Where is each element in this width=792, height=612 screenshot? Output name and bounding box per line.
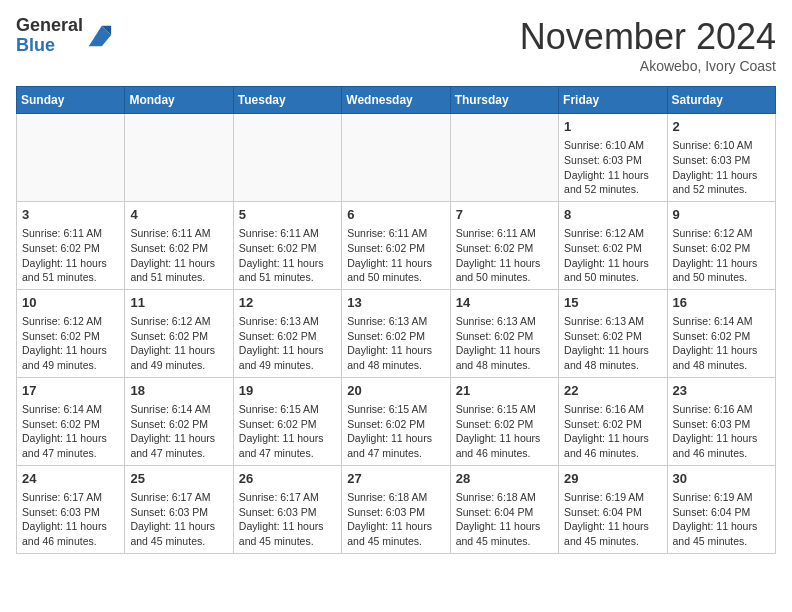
day-number: 27 (347, 470, 444, 488)
calendar-cell (125, 114, 233, 202)
day-number: 13 (347, 294, 444, 312)
day-number: 26 (239, 470, 336, 488)
day-info: Sunrise: 6:15 AM Sunset: 6:02 PM Dayligh… (239, 402, 336, 461)
day-info: Sunrise: 6:15 AM Sunset: 6:02 PM Dayligh… (347, 402, 444, 461)
weekday-header-thursday: Thursday (450, 87, 558, 114)
day-number: 1 (564, 118, 661, 136)
day-number: 22 (564, 382, 661, 400)
calendar-week-1: 1Sunrise: 6:10 AM Sunset: 6:03 PM Daylig… (17, 114, 776, 202)
day-info: Sunrise: 6:13 AM Sunset: 6:02 PM Dayligh… (239, 314, 336, 373)
calendar-week-2: 3Sunrise: 6:11 AM Sunset: 6:02 PM Daylig… (17, 201, 776, 289)
logo: General Blue (16, 16, 113, 56)
day-info: Sunrise: 6:11 AM Sunset: 6:02 PM Dayligh… (347, 226, 444, 285)
calendar-cell: 28Sunrise: 6:18 AM Sunset: 6:04 PM Dayli… (450, 465, 558, 553)
day-info: Sunrise: 6:16 AM Sunset: 6:03 PM Dayligh… (673, 402, 770, 461)
day-info: Sunrise: 6:17 AM Sunset: 6:03 PM Dayligh… (130, 490, 227, 549)
day-info: Sunrise: 6:11 AM Sunset: 6:02 PM Dayligh… (239, 226, 336, 285)
day-info: Sunrise: 6:12 AM Sunset: 6:02 PM Dayligh… (673, 226, 770, 285)
logo-general: General Blue (16, 16, 83, 56)
month-title: November 2024 (520, 16, 776, 58)
day-number: 20 (347, 382, 444, 400)
day-number: 12 (239, 294, 336, 312)
calendar-cell: 22Sunrise: 6:16 AM Sunset: 6:02 PM Dayli… (559, 377, 667, 465)
calendar-cell: 13Sunrise: 6:13 AM Sunset: 6:02 PM Dayli… (342, 289, 450, 377)
day-number: 10 (22, 294, 119, 312)
day-number: 14 (456, 294, 553, 312)
day-info: Sunrise: 6:19 AM Sunset: 6:04 PM Dayligh… (564, 490, 661, 549)
calendar-cell: 15Sunrise: 6:13 AM Sunset: 6:02 PM Dayli… (559, 289, 667, 377)
calendar-cell (17, 114, 125, 202)
calendar-week-3: 10Sunrise: 6:12 AM Sunset: 6:02 PM Dayli… (17, 289, 776, 377)
calendar-cell: 10Sunrise: 6:12 AM Sunset: 6:02 PM Dayli… (17, 289, 125, 377)
calendar-cell: 20Sunrise: 6:15 AM Sunset: 6:02 PM Dayli… (342, 377, 450, 465)
calendar-cell: 26Sunrise: 6:17 AM Sunset: 6:03 PM Dayli… (233, 465, 341, 553)
day-number: 9 (673, 206, 770, 224)
day-number: 18 (130, 382, 227, 400)
calendar-cell: 18Sunrise: 6:14 AM Sunset: 6:02 PM Dayli… (125, 377, 233, 465)
calendar-week-5: 24Sunrise: 6:17 AM Sunset: 6:03 PM Dayli… (17, 465, 776, 553)
day-info: Sunrise: 6:13 AM Sunset: 6:02 PM Dayligh… (564, 314, 661, 373)
day-number: 16 (673, 294, 770, 312)
weekday-header-saturday: Saturday (667, 87, 775, 114)
day-number: 19 (239, 382, 336, 400)
day-number: 2 (673, 118, 770, 136)
day-info: Sunrise: 6:14 AM Sunset: 6:02 PM Dayligh… (22, 402, 119, 461)
weekday-header-monday: Monday (125, 87, 233, 114)
day-number: 24 (22, 470, 119, 488)
calendar-header: SundayMondayTuesdayWednesdayThursdayFrid… (17, 87, 776, 114)
weekday-header-sunday: Sunday (17, 87, 125, 114)
calendar-cell: 4Sunrise: 6:11 AM Sunset: 6:02 PM Daylig… (125, 201, 233, 289)
day-number: 7 (456, 206, 553, 224)
calendar-cell: 9Sunrise: 6:12 AM Sunset: 6:02 PM Daylig… (667, 201, 775, 289)
calendar-cell: 19Sunrise: 6:15 AM Sunset: 6:02 PM Dayli… (233, 377, 341, 465)
day-number: 5 (239, 206, 336, 224)
calendar-cell: 21Sunrise: 6:15 AM Sunset: 6:02 PM Dayli… (450, 377, 558, 465)
weekday-header-tuesday: Tuesday (233, 87, 341, 114)
day-number: 21 (456, 382, 553, 400)
calendar-cell: 25Sunrise: 6:17 AM Sunset: 6:03 PM Dayli… (125, 465, 233, 553)
day-number: 23 (673, 382, 770, 400)
calendar-table: SundayMondayTuesdayWednesdayThursdayFrid… (16, 86, 776, 554)
day-info: Sunrise: 6:15 AM Sunset: 6:02 PM Dayligh… (456, 402, 553, 461)
day-info: Sunrise: 6:13 AM Sunset: 6:02 PM Dayligh… (456, 314, 553, 373)
calendar-cell: 5Sunrise: 6:11 AM Sunset: 6:02 PM Daylig… (233, 201, 341, 289)
day-info: Sunrise: 6:18 AM Sunset: 6:03 PM Dayligh… (347, 490, 444, 549)
calendar-cell: 2Sunrise: 6:10 AM Sunset: 6:03 PM Daylig… (667, 114, 775, 202)
day-info: Sunrise: 6:16 AM Sunset: 6:02 PM Dayligh… (564, 402, 661, 461)
day-number: 17 (22, 382, 119, 400)
day-number: 6 (347, 206, 444, 224)
day-number: 4 (130, 206, 227, 224)
calendar-week-4: 17Sunrise: 6:14 AM Sunset: 6:02 PM Dayli… (17, 377, 776, 465)
calendar-cell: 16Sunrise: 6:14 AM Sunset: 6:02 PM Dayli… (667, 289, 775, 377)
calendar-cell: 29Sunrise: 6:19 AM Sunset: 6:04 PM Dayli… (559, 465, 667, 553)
day-info: Sunrise: 6:18 AM Sunset: 6:04 PM Dayligh… (456, 490, 553, 549)
day-info: Sunrise: 6:12 AM Sunset: 6:02 PM Dayligh… (564, 226, 661, 285)
location: Akowebo, Ivory Coast (520, 58, 776, 74)
weekday-header-wednesday: Wednesday (342, 87, 450, 114)
calendar-cell: 11Sunrise: 6:12 AM Sunset: 6:02 PM Dayli… (125, 289, 233, 377)
calendar-cell: 24Sunrise: 6:17 AM Sunset: 6:03 PM Dayli… (17, 465, 125, 553)
calendar-cell: 1Sunrise: 6:10 AM Sunset: 6:03 PM Daylig… (559, 114, 667, 202)
weekday-header-friday: Friday (559, 87, 667, 114)
day-info: Sunrise: 6:19 AM Sunset: 6:04 PM Dayligh… (673, 490, 770, 549)
calendar-cell (450, 114, 558, 202)
calendar-cell: 3Sunrise: 6:11 AM Sunset: 6:02 PM Daylig… (17, 201, 125, 289)
calendar-cell: 12Sunrise: 6:13 AM Sunset: 6:02 PM Dayli… (233, 289, 341, 377)
day-info: Sunrise: 6:11 AM Sunset: 6:02 PM Dayligh… (456, 226, 553, 285)
day-number: 11 (130, 294, 227, 312)
day-number: 3 (22, 206, 119, 224)
calendar-cell: 7Sunrise: 6:11 AM Sunset: 6:02 PM Daylig… (450, 201, 558, 289)
calendar-cell (233, 114, 341, 202)
calendar-cell: 27Sunrise: 6:18 AM Sunset: 6:03 PM Dayli… (342, 465, 450, 553)
calendar-cell (342, 114, 450, 202)
logo-icon (85, 22, 113, 50)
calendar-body: 1Sunrise: 6:10 AM Sunset: 6:03 PM Daylig… (17, 114, 776, 554)
day-info: Sunrise: 6:11 AM Sunset: 6:02 PM Dayligh… (22, 226, 119, 285)
day-info: Sunrise: 6:10 AM Sunset: 6:03 PM Dayligh… (673, 138, 770, 197)
day-info: Sunrise: 6:14 AM Sunset: 6:02 PM Dayligh… (673, 314, 770, 373)
day-number: 30 (673, 470, 770, 488)
day-info: Sunrise: 6:17 AM Sunset: 6:03 PM Dayligh… (239, 490, 336, 549)
day-info: Sunrise: 6:11 AM Sunset: 6:02 PM Dayligh… (130, 226, 227, 285)
page-header: General Blue November 2024 Akowebo, Ivor… (16, 16, 776, 74)
day-number: 28 (456, 470, 553, 488)
